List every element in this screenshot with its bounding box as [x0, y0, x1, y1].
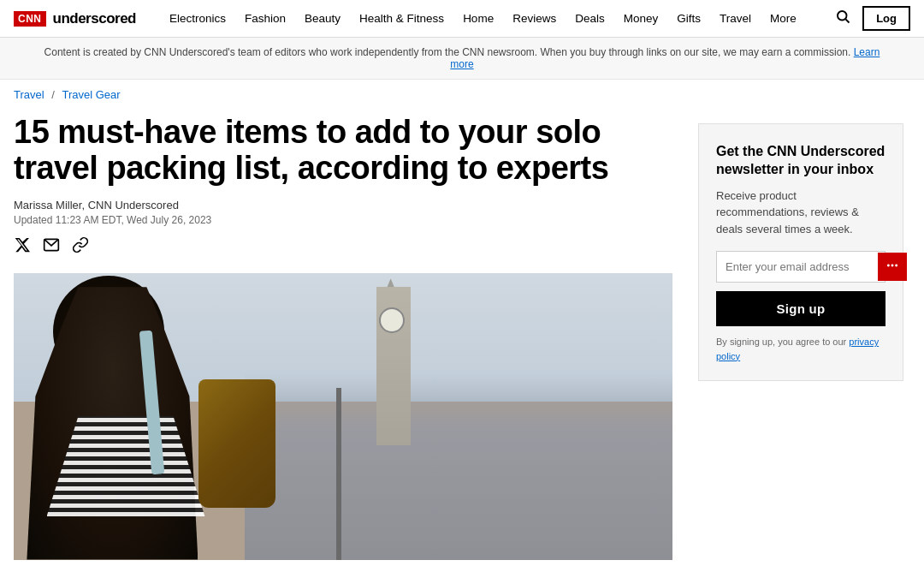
nav-item-gifts[interactable]: Gifts	[667, 0, 710, 38]
link-icon	[72, 236, 89, 253]
nav-link-fashion[interactable]: Fashion	[235, 0, 295, 38]
hero-clock-face	[379, 307, 405, 333]
nav-link-beauty[interactable]: Beauty	[295, 0, 350, 38]
breadcrumb: Travel / Travel Gear	[14, 80, 910, 106]
email-submit-icon[interactable]	[878, 253, 907, 281]
article-column: 15 must-have items to add to your solo t…	[14, 106, 690, 560]
share-icons	[14, 236, 672, 258]
search-button[interactable]	[832, 5, 854, 32]
email-icon	[43, 236, 60, 253]
share-link-button[interactable]	[72, 236, 89, 258]
nav-link-reviews[interactable]: Reviews	[503, 0, 566, 38]
nav-link-health[interactable]: Health & Fitness	[350, 0, 453, 38]
svg-line-1	[846, 19, 850, 22]
newsletter-title: Get the CNN Underscored newsletter in yo…	[716, 143, 886, 179]
brand-name: underscored	[53, 10, 136, 27]
signup-button[interactable]: Sign up	[716, 291, 886, 326]
article-date: Updated 11:23 AM EDT, Wed July 26, 2023	[14, 214, 672, 226]
svg-point-0	[838, 11, 847, 21]
breadcrumb-travel-gear[interactable]: Travel Gear	[62, 88, 121, 101]
nav-item-deals[interactable]: Deals	[566, 0, 614, 38]
hero-image	[14, 273, 672, 560]
article-byline: Marissa Miller, CNN Underscored	[14, 199, 672, 212]
nav-links: Electronics Fashion Beauty Health & Fitn…	[160, 0, 832, 38]
nav-link-more[interactable]: More	[761, 0, 806, 38]
nav-item-travel[interactable]: Travel	[710, 0, 761, 38]
dots-icon	[886, 259, 898, 271]
newsletter-widget: Get the CNN Underscored newsletter in yo…	[698, 123, 903, 381]
article-title: 15 must-have items to add to your solo t…	[14, 115, 672, 187]
svg-point-5	[895, 265, 897, 267]
breadcrumb-separator: /	[51, 88, 57, 101]
nav-link-gifts[interactable]: Gifts	[667, 0, 710, 38]
nav-item-reviews[interactable]: Reviews	[503, 0, 566, 38]
breadcrumb-travel[interactable]: Travel	[14, 88, 44, 101]
hero-crowd	[277, 508, 672, 559]
nav-item-beauty[interactable]: Beauty	[295, 0, 350, 38]
nav-item-money[interactable]: Money	[614, 0, 668, 38]
hero-backpack	[198, 379, 275, 509]
disclaimer-text: Content is created by CNN Underscored's …	[44, 46, 851, 58]
sidebar-column: Get the CNN Underscored newsletter in yo…	[690, 106, 921, 560]
share-email-button[interactable]	[43, 236, 60, 258]
email-input[interactable]	[717, 252, 878, 282]
disclaimer-bar: Content is created by CNN Underscored's …	[0, 38, 924, 80]
nav-bar: CNN underscored Electronics Fashion Beau…	[0, 0, 924, 38]
svg-point-3	[887, 265, 890, 267]
newsletter-description: Receive product recommendations, reviews…	[716, 188, 886, 238]
nav-link-deals[interactable]: Deals	[566, 0, 614, 38]
nav-right: Log	[832, 5, 910, 32]
nav-item-home[interactable]: Home	[453, 0, 503, 38]
nav-link-electronics[interactable]: Electronics	[160, 0, 235, 38]
nav-link-travel[interactable]: Travel	[710, 0, 761, 38]
twitter-icon	[14, 236, 31, 253]
email-input-row	[716, 251, 886, 283]
nav-link-money[interactable]: Money	[614, 0, 668, 38]
content-area: 15 must-have items to add to your solo t…	[14, 106, 910, 560]
signup-legal: By signing up, you agree to our privacy …	[716, 335, 886, 363]
site-logo[interactable]: CNN underscored	[14, 10, 136, 27]
cnn-logo: CNN	[14, 11, 46, 27]
search-icon	[835, 9, 850, 24]
nav-item-electronics[interactable]: Electronics	[160, 0, 235, 38]
nav-item-health[interactable]: Health & Fitness	[350, 0, 453, 38]
nav-item-fashion[interactable]: Fashion	[235, 0, 295, 38]
login-button[interactable]: Log	[862, 6, 910, 31]
nav-link-home[interactable]: Home	[453, 0, 503, 38]
svg-point-4	[891, 265, 894, 267]
share-twitter-button[interactable]	[14, 236, 31, 258]
nav-item-more[interactable]: More	[761, 0, 806, 38]
